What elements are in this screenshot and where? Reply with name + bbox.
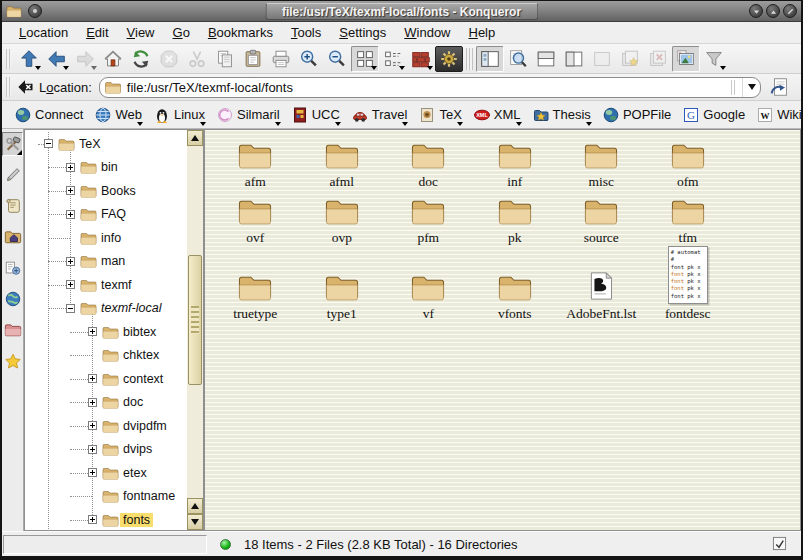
tree-item-etex[interactable]: etex <box>25 461 187 485</box>
sticky-button[interactable] <box>28 4 42 18</box>
file-item-truetype[interactable]: truetype <box>212 242 299 322</box>
sidebar-tab-network-globe[interactable] <box>2 287 23 311</box>
home-button[interactable] <box>99 46 127 72</box>
print-button[interactable] <box>267 46 295 72</box>
menu-help[interactable]: Help <box>460 23 505 42</box>
tree-item-fontname[interactable]: fontname <box>25 485 187 509</box>
tree-item-tex[interactable]: TeX <box>25 132 187 156</box>
bookmark-popfile[interactable]: POPFile <box>598 105 678 125</box>
location-toolbar-grip[interactable] <box>6 77 11 97</box>
split-top-bottom-button[interactable] <box>532 46 560 72</box>
location-input[interactable]: file:/usr/TeX/texmf-local/fonts <box>127 80 731 95</box>
tree-item-info[interactable]: info <box>25 226 187 250</box>
collapse-minus-icon[interactable] <box>44 139 53 148</box>
file-item-doc[interactable]: doc <box>385 136 472 190</box>
collapse-minus-icon[interactable] <box>66 304 75 313</box>
expand-plus-icon[interactable] <box>88 445 97 454</box>
file-item-type1[interactable]: type1 <box>299 242 386 322</box>
tree-item-bibtex[interactable]: bibtex <box>25 320 187 344</box>
scroll-down-button[interactable] <box>187 514 203 530</box>
combo-grip[interactable] <box>731 80 737 95</box>
expand-plus-icon[interactable] <box>88 515 97 524</box>
clear-location-button[interactable] <box>15 77 35 97</box>
bookmark-web[interactable]: Web <box>90 105 149 125</box>
close-button[interactable] <box>783 4 797 18</box>
menu-tools[interactable]: Tools <box>282 23 330 42</box>
bookmark-tex[interactable]: TeX <box>414 105 468 125</box>
menu-window[interactable]: Window <box>395 23 459 42</box>
file-item-afml[interactable]: afml <box>299 136 386 190</box>
scroll-up-button[interactable] <box>187 130 203 146</box>
file-item-vf[interactable]: vf <box>385 242 472 322</box>
expand-plus-icon[interactable] <box>66 210 75 219</box>
tree-item-dvips[interactable]: dvips <box>25 438 187 462</box>
file-item-adobefnt-lst[interactable]: AdobeFnt.lst <box>558 242 645 322</box>
filter-button[interactable] <box>700 46 728 72</box>
tree-item-dvipdfm[interactable]: dvipdfm <box>25 414 187 438</box>
toolbar-grip[interactable] <box>6 49 11 69</box>
zoom-out-button[interactable] <box>323 46 351 72</box>
back-arrow-button[interactable] <box>43 46 71 72</box>
file-item-pfm[interactable]: pfm <box>385 192 472 246</box>
bookmark-wikipedia[interactable]: WWikipedia <box>752 105 803 125</box>
tree-item-texmf-local[interactable]: texmf-local <box>25 297 187 321</box>
maximize-button[interactable] <box>766 4 780 18</box>
expand-plus-icon[interactable] <box>88 468 97 477</box>
bookmark-google[interactable]: GGoogle <box>678 105 752 125</box>
menu-location[interactable]: Location <box>10 23 77 42</box>
file-item-inf[interactable]: inf <box>472 136 559 190</box>
scrollbar-thumb[interactable] <box>188 255 202 385</box>
split-left-right-button[interactable] <box>560 46 588 72</box>
tree-item-texmf[interactable]: texmf <box>25 273 187 297</box>
scroll-up-button-bottom[interactable] <box>187 498 203 514</box>
tree-item-books[interactable]: Books <box>25 179 187 203</box>
expand-plus-icon[interactable] <box>88 327 97 336</box>
list-view-button[interactable] <box>379 46 407 72</box>
tree-item-faq[interactable]: FAQ <box>25 203 187 227</box>
bookmark-thesis[interactable]: Thesis <box>528 105 598 125</box>
tree-item-chktex[interactable]: chktex <box>25 344 187 368</box>
bookmark-linux[interactable]: Linux <box>149 105 212 125</box>
menu-edit[interactable]: Edit <box>77 23 117 42</box>
file-item-source[interactable]: source <box>558 192 645 246</box>
paste-button[interactable] <box>239 46 267 72</box>
file-item-tfm[interactable]: tfm <box>645 192 732 246</box>
tree-item-bin[interactable]: bin <box>25 156 187 180</box>
expand-plus-icon[interactable] <box>66 257 75 266</box>
expand-plus-icon[interactable] <box>88 374 97 383</box>
icon-view-panel[interactable]: afmafmldocinfmiscofmovfovppfmpksourcetfm… <box>204 129 801 531</box>
menu-view[interactable]: View <box>118 23 164 42</box>
bookmark-ucc[interactable]: UCC <box>287 105 347 125</box>
reload-button[interactable] <box>127 46 155 72</box>
bookmark-xml[interactable]: XMLXML <box>469 105 528 125</box>
sidebar-tab-pencil[interactable] <box>2 163 23 187</box>
file-item-pk[interactable]: pk <box>472 192 559 246</box>
menu-settings[interactable]: Settings <box>330 23 395 42</box>
tree-item-context[interactable]: context <box>25 367 187 391</box>
active-view-marker-icon[interactable] <box>772 536 788 552</box>
expand-plus-icon[interactable] <box>66 163 75 172</box>
bookmark-connect[interactable]: Connect <box>10 105 90 125</box>
expand-plus-icon[interactable] <box>66 280 75 289</box>
up-arrow-button[interactable] <box>15 46 43 72</box>
icon-view-button[interactable] <box>351 46 379 72</box>
sidebar-toggle-button[interactable] <box>476 46 504 72</box>
bricks-button[interactable] <box>407 46 435 72</box>
find-button[interactable] <box>504 46 532 72</box>
file-item-fontdesc[interactable]: # automat#font pk xfont pk xfont pk xfon… <box>645 242 732 322</box>
tree-item-man[interactable]: man <box>25 250 187 274</box>
menu-go[interactable]: Go <box>164 23 199 42</box>
sidebar-tab-bookmarks-star[interactable] <box>2 349 23 373</box>
file-item-ovp[interactable]: ovp <box>299 192 386 246</box>
file-item-ofm[interactable]: ofm <box>645 136 732 190</box>
sidebar-tab-toolbox[interactable] <box>2 132 23 156</box>
gear-logo-button[interactable] <box>435 46 463 72</box>
tree-item-doc[interactable]: doc <box>25 391 187 415</box>
sidebar-tab-home-folder[interactable] <box>2 225 23 249</box>
sidebar-tab-history-scroll[interactable] <box>2 194 23 218</box>
minimize-button[interactable] <box>749 4 763 18</box>
sidebar-tab-services[interactable] <box>2 256 23 280</box>
bookmark-travel[interactable]: Travel <box>347 105 415 125</box>
file-item-vfonts[interactable]: vfonts <box>472 242 559 322</box>
menu-bookmarks[interactable]: Bookmarks <box>199 23 282 42</box>
